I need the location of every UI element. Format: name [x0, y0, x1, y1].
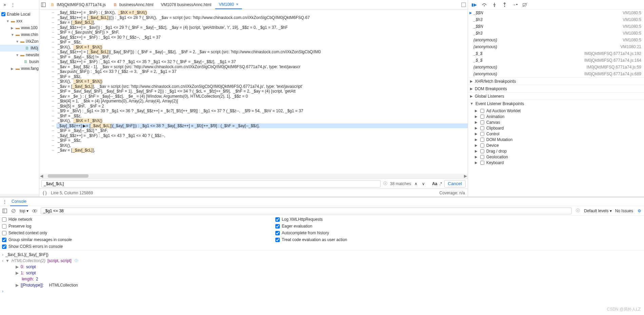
editor-tab[interactable]: 🗎IM0jQktM6FSQ.6771a74.js [47, 0, 110, 9]
svg-point-3 [484, 5, 485, 6]
settings-gear-icon[interactable]: ⚙ [637, 208, 642, 214]
svg-rect-2 [462, 3, 466, 7]
live-expression-icon[interactable] [32, 208, 37, 214]
resume-icon[interactable]: ▮▶ [471, 2, 477, 7]
callstack-frame[interactable]: _$h3VM1080:5 [468, 30, 644, 37]
callstack-frame[interactable]: (anonymous)IM0jQktM6FSQ.6771a74.js:689 [468, 71, 644, 77]
search-cancel-button[interactable]: Cancel [444, 180, 466, 188]
editor-search: ⓧ 38 matches ∧ ∨ Aa .* Cancel [39, 178, 468, 189]
debug-section[interactable]: ▼Event Listener Breakpoints [468, 100, 644, 107]
svg-line-10 [12, 210, 15, 212]
prompt-icon[interactable]: › [2, 289, 3, 294]
format-icon[interactable]: { } [42, 190, 47, 196]
close-icon[interactable]: × [236, 2, 238, 7]
more-tabs-icon[interactable]: » [2, 2, 7, 7]
coverage-label: Coverage: n/a [440, 191, 465, 195]
debug-section[interactable]: ▶Global Listeners [468, 92, 644, 100]
enable-local-label: Enable Local [7, 12, 30, 17]
step-over-icon[interactable] [482, 2, 487, 7]
tree-item[interactable]: ▶▬www.100 [0, 24, 39, 31]
console-kebab-icon[interactable]: ⋮ [2, 199, 7, 204]
console-filter-input[interactable] [41, 208, 572, 214]
clear-search-icon[interactable]: ⓧ [383, 181, 388, 186]
step-icon[interactable]: →• [512, 2, 518, 7]
console-setting[interactable]: Hide network [2, 217, 72, 222]
context-select[interactable]: top ▾ [20, 209, 28, 213]
console-setting[interactable]: Log XMLHttpRequests [275, 217, 347, 222]
debug-section[interactable]: ▶XHR/fetch Breakpoints [468, 77, 644, 85]
editor-tab[interactable]: VM1080× [215, 0, 242, 9]
step-out-icon[interactable] [502, 2, 507, 7]
event-bp-item[interactable]: ▶Canvas [475, 119, 644, 125]
console-setting[interactable]: Group similar messages in console [2, 237, 72, 242]
watermark: CSDN @局外人LZ [607, 307, 641, 312]
code-body[interactable]: _$ay[_$$z++] = _$hF) : (_$hX(), _$hX = f… [56, 9, 468, 174]
console-output[interactable]: ›_$av[_$cL](_$ay[_$hF]) ‹▼ HTMLCollectio… [0, 251, 644, 315]
file-tree[interactable]: Enable Local ▼▬xxx▶▬www.100▼▬www.chin▼▬i… [0, 9, 39, 73]
tree-item[interactable]: ▶▬www.fang [0, 65, 39, 72]
event-bp-item[interactable]: ▶Drag / drop [475, 148, 644, 154]
callstack-frame[interactable]: _$_$IM0jQktM6FSQ.6771a74.js:164 [468, 57, 644, 64]
search-prev-icon[interactable]: ∧ [413, 181, 418, 186]
callstack-frame[interactable]: (anonymous)VM1080:5 [468, 37, 644, 43]
event-bp-item[interactable]: ▶Device [475, 142, 644, 148]
event-bp-item[interactable]: ▶Ad Auction Worklet [475, 108, 644, 114]
event-breakpoints-list[interactable]: ▶Ad Auction Worklet▶Animation▶Canvas▶Cli… [468, 107, 644, 166]
editor-tabs: 🗎IM0jQktM6FSQ.6771a74.js🗎businessAnnc.ht… [39, 0, 468, 9]
search-input[interactable] [41, 180, 380, 188]
chevron-left-icon: ‹ [2, 258, 3, 263]
editor-tab[interactable]: 🗎businessAnnc.html [110, 0, 157, 9]
callstack-frame[interactable]: (anonymous)VM1080:21 [468, 43, 644, 50]
callstack-frame[interactable]: (anonymous)IM0jQktM6FSQ.6771a74.js:59 [468, 64, 644, 71]
console-setting[interactable]: Show CORS errors in console [2, 244, 72, 249]
event-bp-item[interactable]: ▶DOM Mutation [475, 137, 644, 142]
tree-item[interactable]: 🗎busin [0, 58, 39, 65]
console-setting[interactable]: Preserve log [2, 224, 72, 229]
horizontal-scrollbar[interactable]: ◀▶ [39, 174, 468, 178]
sidebar-toggle-icon[interactable] [41, 2, 46, 7]
callstack-frame[interactable]: _$_$IM0jQktM6FSQ.6771a74.js:192 [468, 50, 644, 57]
issues-label[interactable]: No Issues [615, 209, 633, 213]
info-icon[interactable]: ⓘ [74, 258, 79, 263]
clear-console-icon[interactable] [11, 208, 16, 214]
overflow-icon[interactable] [461, 2, 466, 7]
console-setting[interactable]: Eager evaluation [275, 224, 347, 229]
tree-item[interactable]: 🗎IM0j [0, 45, 39, 52]
chevron-right-icon: › [2, 252, 3, 257]
console-sidebar-toggle-icon[interactable] [2, 208, 7, 214]
tree-item[interactable]: ▼▬newsite [0, 52, 39, 58]
nav-scrollbar[interactable] [0, 194, 39, 197]
regex-toggle[interactable]: .* [439, 181, 442, 186]
code-editor[interactable]: ––––––––––––––––––––––––––––– _$ay[_$$z+… [39, 9, 468, 174]
match-case-toggle[interactable]: Aa [432, 181, 437, 186]
editor-tab[interactable]: VM1078 businessAnnc.html [157, 0, 215, 9]
tab-console[interactable]: Console [10, 197, 28, 206]
svg-point-12 [34, 210, 35, 212]
callstack-frame[interactable]: _$h3VM1080:5 [468, 16, 644, 23]
tree-item[interactable]: ▼▬www.chin [0, 31, 39, 38]
event-bp-item[interactable]: ▶Geolocation [475, 154, 644, 160]
console-setting[interactable]: Treat code evaluation as user action [275, 237, 347, 242]
tree-item[interactable]: ▼▬iXkZon [0, 38, 39, 45]
log-levels-select[interactable]: Default levels ▾ [584, 209, 611, 213]
deactivate-bp-icon[interactable] [522, 2, 528, 7]
debug-section[interactable]: ▶DOM Breakpoints [468, 85, 644, 92]
gutter[interactable]: ––––––––––––––––––––––––––––– [39, 9, 56, 174]
event-bp-item[interactable]: ▶Control [475, 131, 644, 137]
console-setting[interactable]: Autocomplete from history [275, 231, 347, 235]
svg-rect-0 [41, 3, 45, 7]
event-bp-item[interactable]: ▶Clipboard [475, 125, 644, 131]
enable-local-checkbox[interactable] [1, 12, 5, 16]
callstack-frame[interactable]: _$$NVM1080:5 [468, 23, 644, 30]
editor-status: { } Line 5, Column 125869 Coverage: n/a [39, 189, 468, 197]
console-setting[interactable]: Selected context only [2, 231, 72, 235]
call-stack[interactable]: _$$NVM1080:5_$h3VM1080:5_$$NVM1080:5_$h3… [468, 9, 644, 77]
event-bp-item[interactable]: ▶Keyboard [475, 160, 644, 165]
step-into-icon[interactable] [492, 2, 497, 7]
kebab-icon[interactable]: ⋮ [10, 2, 16, 7]
search-next-icon[interactable]: ∨ [421, 181, 426, 186]
clear-filter-icon[interactable]: ⓧ [575, 208, 581, 214]
event-bp-item[interactable]: ▶Animation [475, 114, 644, 119]
callstack-frame[interactable]: _$$NVM1080:5 [468, 9, 644, 16]
tree-item[interactable]: ▼▬xxx [0, 18, 39, 24]
